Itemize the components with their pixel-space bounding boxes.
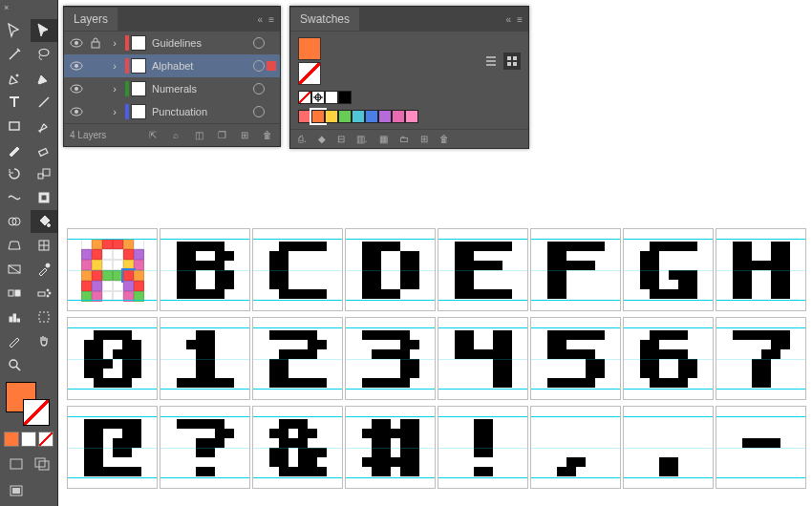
live-paint-bucket-tool[interactable]: [31, 210, 57, 233]
panel-menu-icon[interactable]: ≡: [517, 14, 523, 25]
glyph-cell-hash[interactable]: [345, 406, 436, 489]
swatch-none[interactable]: [298, 91, 311, 104]
target-icon[interactable]: [253, 60, 265, 72]
expand-icon[interactable]: ›: [106, 57, 123, 74]
glyph-cell-7[interactable]: [716, 317, 806, 400]
layer-name[interactable]: Punctuation: [148, 106, 251, 117]
swatch[interactable]: [338, 110, 352, 123]
stroke-swatch[interactable]: [23, 399, 50, 426]
eyedropper-tool[interactable]: [31, 258, 57, 281]
symbol-sprayer-tool[interactable]: [31, 282, 57, 305]
glyph-cell-6[interactable]: [623, 317, 714, 400]
slice-tool[interactable]: [1, 329, 28, 352]
toolbar-close-icon[interactable]: ×: [4, 4, 13, 13]
draw-normal-icon[interactable]: [4, 454, 28, 474]
expand-icon[interactable]: ›: [106, 34, 123, 52]
glyph-cell-period[interactable]: [623, 406, 714, 489]
new-color-group-icon[interactable]: ▥.: [356, 134, 368, 144]
layer-row-numerals[interactable]: › Numerals: [64, 77, 280, 100]
panel-collapse-icon[interactable]: «: [258, 14, 264, 25]
shaper-tool[interactable]: [1, 138, 28, 161]
column-graph-tool[interactable]: [1, 306, 28, 328]
show-swatch-kinds-icon[interactable]: ◆: [318, 134, 326, 144]
swatch[interactable]: [405, 110, 418, 123]
locate-object-icon[interactable]: ⇱: [146, 130, 160, 140]
panel-menu-icon[interactable]: ≡: [268, 14, 274, 25]
visibility-toggle-icon[interactable]: [68, 103, 85, 120]
visibility-toggle-icon[interactable]: [68, 57, 85, 74]
width-tool[interactable]: [1, 186, 28, 209]
folder-icon[interactable]: ▦: [379, 134, 388, 144]
make-clipping-mask-icon[interactable]: ◫: [192, 130, 205, 140]
glyph-cell-G[interactable]: [623, 228, 714, 311]
swatch[interactable]: [325, 110, 338, 123]
rotate-tool[interactable]: [1, 162, 28, 185]
target-icon[interactable]: [253, 83, 265, 95]
glyph-cell-D[interactable]: [345, 228, 436, 311]
glyph-cell-C[interactable]: [252, 228, 343, 311]
new-layer-icon[interactable]: ⊞: [238, 130, 251, 140]
active-fill-swatch[interactable]: [298, 37, 321, 60]
glyph-cell-A[interactable]: [67, 228, 158, 311]
glyph-cell-ampersand[interactable]: [252, 406, 343, 489]
new-folder-icon[interactable]: 🗀: [399, 134, 409, 144]
screen-mode-icon[interactable]: [4, 481, 29, 500]
glyph-cell-5[interactable]: [530, 317, 621, 400]
glyph-cell-H[interactable]: [716, 228, 806, 311]
curvature-tool[interactable]: [31, 67, 57, 90]
lock-toggle-icon[interactable]: [87, 57, 104, 74]
lock-toggle-icon[interactable]: [87, 80, 104, 97]
mini-swatch-3[interactable]: [38, 432, 53, 447]
visibility-toggle-icon[interactable]: [68, 34, 85, 52]
hand-tool[interactable]: [31, 329, 57, 352]
swatch[interactable]: [365, 110, 378, 123]
glyph-cell-0[interactable]: [67, 317, 158, 400]
shape-builder-tool[interactable]: [1, 210, 28, 233]
grid-view-icon[interactable]: [503, 53, 521, 70]
swatch-options-icon[interactable]: ⊟: [337, 134, 345, 144]
fill-stroke-indicator[interactable]: [0, 378, 57, 432]
swatch-registration[interactable]: [311, 91, 325, 104]
tab-swatches[interactable]: Swatches: [290, 8, 359, 31]
panel-close-icon[interactable]: ×: [294, 0, 299, 3]
glyph-cell-question[interactable]: [160, 406, 250, 489]
glyph-cell-B[interactable]: [160, 228, 250, 311]
swatch[interactable]: [325, 91, 338, 104]
tab-layers[interactable]: Layers: [64, 8, 118, 31]
new-sublayer-icon[interactable]: ❐: [215, 130, 228, 140]
glyph-cell-at[interactable]: [67, 406, 158, 489]
scale-tool[interactable]: [31, 162, 57, 185]
layer-row-punctuation[interactable]: › Punctuation: [64, 100, 280, 123]
delete-layer-icon[interactable]: 🗑: [261, 130, 274, 140]
lock-toggle-icon[interactable]: [87, 34, 104, 52]
swatch[interactable]: [338, 91, 352, 104]
direct-selection-tool[interactable]: [31, 19, 57, 42]
glyph-cell-3[interactable]: [345, 317, 436, 400]
swatch[interactable]: [392, 110, 405, 123]
eraser-tool[interactable]: [31, 138, 57, 161]
perspective-grid-tool[interactable]: [1, 234, 28, 257]
swatch[interactable]: [352, 110, 365, 123]
swatch-selected[interactable]: [311, 110, 325, 123]
zoom-tool[interactable]: [1, 353, 28, 376]
target-icon[interactable]: [253, 37, 265, 49]
artboard-tool[interactable]: [31, 306, 57, 328]
lasso-tool[interactable]: [31, 43, 57, 66]
active-stroke-swatch[interactable]: [298, 62, 321, 85]
glyph-cell-1[interactable]: [160, 317, 250, 400]
line-segment-tool[interactable]: [31, 91, 57, 114]
free-transform-tool[interactable]: [31, 186, 57, 209]
target-icon[interactable]: [253, 106, 265, 117]
glyph-cell-exclaim[interactable]: [438, 406, 528, 489]
visibility-toggle-icon[interactable]: [68, 80, 85, 97]
glyph-cell-F[interactable]: [530, 228, 621, 311]
paintbrush-tool[interactable]: [31, 115, 57, 137]
layer-row-alphabet[interactable]: › Alphabet: [64, 54, 280, 77]
mini-swatch-2[interactable]: [21, 432, 36, 447]
layer-name[interactable]: Numerals: [148, 83, 251, 95]
panel-close-icon[interactable]: ×: [68, 0, 73, 3]
gradient-tool[interactable]: [1, 258, 28, 281]
draw-behind-icon[interactable]: [30, 454, 53, 474]
new-swatch-icon[interactable]: ⊞: [420, 134, 428, 144]
mini-swatch-1[interactable]: [4, 432, 19, 447]
